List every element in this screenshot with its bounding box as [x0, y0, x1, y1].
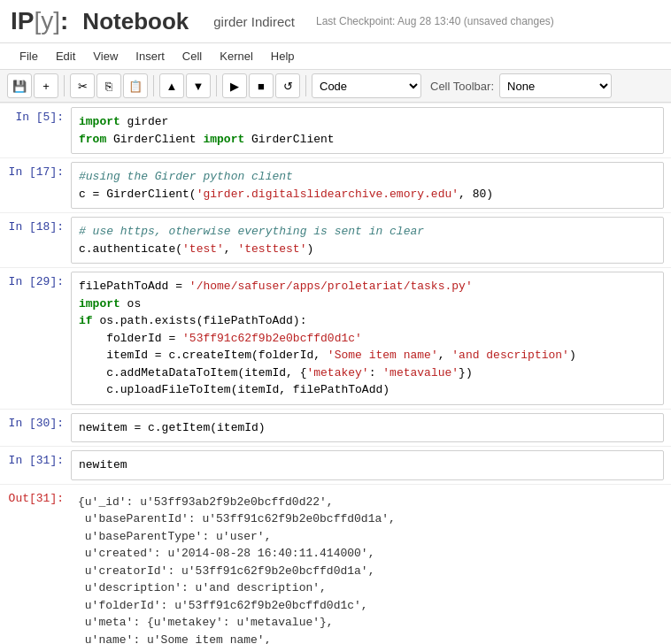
separator-4: [305, 75, 306, 96]
save-button[interactable]: 💾: [7, 73, 32, 98]
checkpoint-info: Last Checkpoint: Aug 28 13:40 (unsaved c…: [316, 15, 554, 27]
move-down-button[interactable]: ▼: [186, 73, 211, 98]
separator-2: [153, 75, 154, 96]
notebook-title: Notebook: [82, 8, 189, 35]
cell-17-prompt: In [17]:: [0, 162, 71, 179]
run-button[interactable]: ▶: [222, 73, 247, 98]
cell-17-content[interactable]: #using the Girder python client c = Gird…: [71, 162, 664, 209]
menu-cell[interactable]: Cell: [174, 47, 211, 65]
cell-out-31-prompt: Out[31]:: [0, 488, 71, 505]
logo: IP[y]:: [11, 7, 68, 35]
header: IP[y]: Notebook girder Indirect Last Che…: [0, 0, 671, 43]
cell-29-prompt: In [29]:: [0, 272, 71, 288]
cell-5-prompt: In [5]:: [0, 107, 71, 124]
copy-button[interactable]: ⎘: [96, 73, 121, 98]
cut-button[interactable]: ✂: [70, 73, 95, 98]
cell-31: In [31]: newitem: [0, 446, 671, 484]
notebook-name: girder Indirect: [213, 14, 295, 29]
cell-30-prompt: In [30]:: [0, 413, 71, 430]
cell-out-31-content: {u'_id': u'53ff93ab2f9b2e0bcffd0d22', u'…: [71, 488, 664, 645]
separator-3: [216, 75, 217, 96]
toolbar: 💾 + ✂ ⎘ 📋 ▲ ▼ ▶ ■ ↺ Code Markdown Raw NB…: [0, 70, 671, 103]
menu-kernel[interactable]: Kernel: [211, 47, 262, 65]
cell-18: In [18]: # use https, otherwise everythi…: [0, 212, 671, 267]
cell-29: In [29]: filePathToAdd = '/home/safuser/…: [0, 267, 671, 409]
cell-toolbar-select[interactable]: None Edit Metadata Raw Cell Format Slide…: [499, 73, 612, 98]
cell-31-prompt: In [31]:: [0, 450, 71, 467]
stop-button[interactable]: ■: [249, 73, 274, 98]
cell-toolbar-label: Cell Toolbar:: [430, 80, 494, 93]
cell-29-content[interactable]: filePathToAdd = '/home/safuser/apps/prol…: [71, 272, 664, 405]
restart-button[interactable]: ↺: [275, 73, 300, 98]
cell-30: In [30]: newitem = c.getItem(itemId): [0, 409, 671, 447]
notebook-body: In [5]: import girder from GirderClient …: [0, 103, 671, 644]
add-cell-button[interactable]: +: [34, 73, 58, 98]
cell-out-31: Out[31]: {u'_id': u'53ff93ab2f9b2e0bcffd…: [0, 484, 671, 645]
cell-5-content[interactable]: import girder from GirderClient import G…: [71, 107, 664, 154]
menubar: File Edit View Insert Cell Kernel Help: [0, 43, 671, 70]
cell-type-select[interactable]: Code Markdown Raw NBConvert Heading: [312, 73, 421, 98]
cell-5: In [5]: import girder from GirderClient …: [0, 103, 671, 157]
cell-31-content[interactable]: newitem: [71, 450, 664, 480]
menu-help[interactable]: Help: [262, 47, 304, 65]
move-up-button[interactable]: ▲: [159, 73, 184, 98]
cell-30-content[interactable]: newitem = c.getItem(itemId): [71, 413, 664, 443]
menu-view[interactable]: View: [84, 47, 127, 65]
menu-insert[interactable]: Insert: [127, 47, 174, 65]
separator-1: [64, 75, 65, 96]
menu-edit[interactable]: Edit: [47, 47, 84, 65]
paste-button[interactable]: 📋: [123, 73, 148, 98]
menu-file[interactable]: File: [11, 47, 47, 65]
cell-18-content[interactable]: # use https, otherwise everything is sen…: [71, 217, 664, 264]
cell-18-prompt: In [18]:: [0, 217, 71, 234]
cell-17: In [17]: #using the Girder python client…: [0, 157, 671, 212]
